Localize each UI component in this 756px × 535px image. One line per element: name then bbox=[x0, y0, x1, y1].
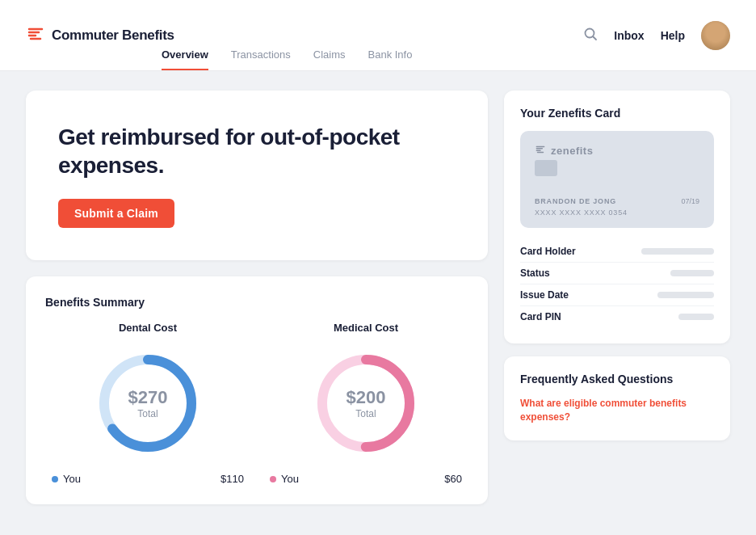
card-chip bbox=[535, 160, 557, 176]
help-link[interactable]: Help bbox=[661, 29, 685, 42]
card-brand-name: zenefits bbox=[551, 145, 593, 157]
issue-date-value bbox=[657, 292, 714, 298]
card-number: XXXX XXXX XXXX 0354 bbox=[535, 209, 628, 217]
benefits-title: Benefits Summary bbox=[45, 296, 468, 309]
dental-legend: You $110 bbox=[45, 473, 250, 485]
status-label: Status bbox=[520, 268, 550, 279]
card-info-row-pin: Card PIN bbox=[520, 306, 714, 327]
hero-title: Get reimbursed for out-of-pocket expense… bbox=[58, 123, 456, 179]
right-column: Your Zenefits Card zenefits BRANDON DE J… bbox=[504, 91, 730, 504]
dental-benefit: Dental Cost $270 Total bbox=[45, 322, 250, 485]
card-pin-value bbox=[678, 314, 714, 320]
dental-you-amount: $110 bbox=[220, 473, 244, 485]
card-info-row-status: Status bbox=[520, 263, 714, 284]
medical-donut: $200 Total bbox=[309, 347, 422, 460]
inbox-link[interactable]: Inbox bbox=[614, 29, 644, 42]
medical-you-item: You bbox=[270, 473, 299, 485]
zenefits-panel-title: Your Zenefits Card bbox=[520, 107, 714, 120]
medical-benefit: Medical Cost $200 Total bbox=[263, 322, 468, 485]
logo-area: Commuter Benefits bbox=[26, 24, 174, 47]
header-right: Inbox Help bbox=[583, 21, 730, 50]
avatar[interactable] bbox=[701, 21, 730, 50]
logo-icon bbox=[26, 24, 45, 47]
medical-you-amount: $60 bbox=[444, 473, 462, 485]
card-pin-label: Card PIN bbox=[520, 311, 561, 322]
faq-question[interactable]: What are eligible commuter benefits expe… bbox=[520, 397, 714, 424]
zenefits-panel: Your Zenefits Card zenefits BRANDON DE J… bbox=[504, 91, 730, 343]
card-expiry: 07/19 bbox=[681, 197, 699, 205]
issue-date-label: Issue Date bbox=[520, 289, 569, 301]
dental-dot bbox=[52, 476, 58, 482]
card-holder-name: BRANDON DE JONG bbox=[535, 197, 616, 205]
benefits-grid: Dental Cost $270 Total bbox=[45, 322, 468, 485]
logo-text: Commuter Benefits bbox=[52, 27, 174, 44]
nav-item-transactions[interactable]: Transactions bbox=[231, 48, 291, 70]
card-z-icon bbox=[535, 144, 546, 158]
card-info-rows: Card Holder Status Issue Date Card PIN bbox=[520, 241, 714, 327]
faq-title: Frequently Asked Questions bbox=[520, 373, 714, 385]
card-holder-value bbox=[641, 248, 714, 255]
header: Commuter Benefits Overview Transactions … bbox=[0, 0, 756, 71]
svg-line-1 bbox=[594, 36, 597, 40]
submit-claim-button[interactable]: Submit a Claim bbox=[58, 199, 174, 228]
dental-donut: $270 Total bbox=[91, 347, 204, 460]
dental-you-label: You bbox=[63, 473, 81, 485]
main-content: Get reimbursed for out-of-pocket expense… bbox=[0, 71, 756, 524]
search-icon[interactable] bbox=[583, 27, 598, 44]
dental-center: $270 Total bbox=[128, 387, 168, 419]
hero-card: Get reimbursed for out-of-pocket expense… bbox=[26, 91, 488, 260]
dental-you-item: You bbox=[52, 473, 81, 485]
dental-label: Dental Cost bbox=[119, 322, 177, 334]
dental-sublabel: Total bbox=[128, 408, 168, 419]
medical-label: Medical Cost bbox=[334, 322, 398, 334]
card-brand: zenefits bbox=[535, 144, 699, 158]
card-info-row-date: Issue Date bbox=[520, 284, 714, 306]
status-value bbox=[670, 270, 714, 276]
main-nav: Overview Transactions Claims Bank Info bbox=[162, 48, 412, 70]
faq-panel: Frequently Asked Questions What are elig… bbox=[504, 356, 730, 440]
benefits-card: Benefits Summary Dental Cost $270 Total bbox=[26, 276, 488, 504]
card-holder-label: Card Holder bbox=[520, 246, 576, 257]
medical-center: $200 Total bbox=[346, 387, 386, 419]
nav-item-bankinfo[interactable]: Bank Info bbox=[368, 48, 413, 70]
medical-sublabel: Total bbox=[346, 408, 386, 419]
medical-legend: You $60 bbox=[263, 473, 468, 485]
medical-you-label: You bbox=[281, 473, 299, 485]
credit-card: zenefits BRANDON DE JONG XXXX XXXX XXXX … bbox=[520, 131, 714, 228]
nav-item-overview[interactable]: Overview bbox=[162, 48, 208, 70]
nav-item-claims[interactable]: Claims bbox=[313, 48, 346, 70]
left-column: Get reimbursed for out-of-pocket expense… bbox=[26, 91, 488, 504]
avatar-image bbox=[701, 21, 730, 50]
medical-amount: $200 bbox=[346, 387, 386, 408]
card-info-row-holder: Card Holder bbox=[520, 241, 714, 263]
dental-amount: $270 bbox=[128, 387, 168, 408]
medical-dot bbox=[270, 476, 276, 482]
svg-point-0 bbox=[586, 28, 594, 37]
